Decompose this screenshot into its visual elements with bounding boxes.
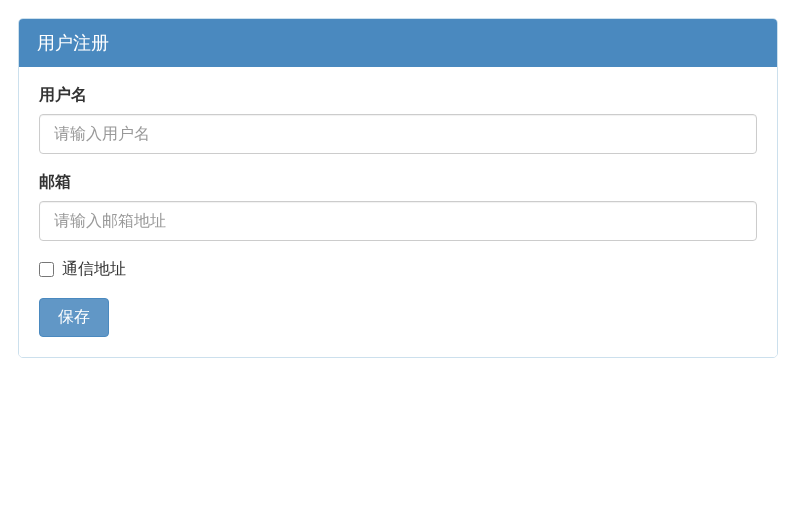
address-checkbox-group: 通信地址 (39, 259, 757, 280)
email-group: 邮箱 (39, 172, 757, 241)
username-label: 用户名 (39, 85, 757, 106)
username-group: 用户名 (39, 85, 757, 154)
address-checkbox[interactable] (39, 262, 54, 277)
panel-body: 用户名 邮箱 通信地址 保存 (19, 67, 777, 357)
panel-title: 用户注册 (19, 19, 777, 67)
email-input[interactable] (39, 201, 757, 241)
save-button[interactable]: 保存 (39, 298, 109, 337)
registration-panel: 用户注册 用户名 邮箱 通信地址 保存 (18, 18, 778, 358)
username-input[interactable] (39, 114, 757, 154)
address-checkbox-label: 通信地址 (62, 259, 126, 280)
email-label: 邮箱 (39, 172, 757, 193)
